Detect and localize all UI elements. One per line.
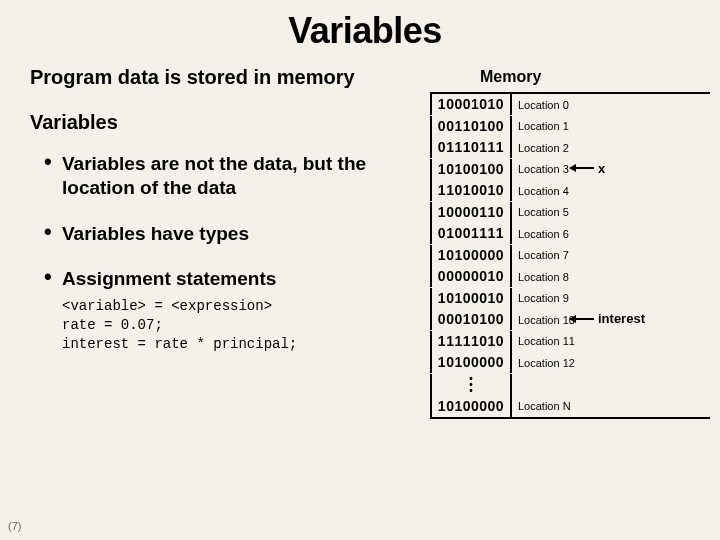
memory-header: Memory [430, 68, 710, 86]
memory-row: 00010100Location 10interest [430, 309, 710, 331]
bullet-1: Variables are not the data, but the loca… [44, 152, 404, 200]
memory-cell: 10100100 [430, 159, 512, 180]
memory-row: 10100100Location 3x [430, 159, 710, 181]
memory-label: Location 5 [512, 206, 569, 218]
memory-row: 00000010Location 8 [430, 266, 710, 288]
memory-label: Location 12 [512, 357, 575, 369]
code-block: <variable> = <expression> rate = 0.07; i… [62, 297, 404, 354]
memory-row-last: 10100000Location N [430, 396, 710, 418]
memory-ellipsis: ••• [430, 374, 710, 396]
memory-row: 11010010Location 4 [430, 180, 710, 202]
memory-row: 10001010Location 0 [430, 94, 710, 116]
memory-label: Location 1 [512, 120, 569, 132]
memory-label: Location 8 [512, 271, 569, 283]
memory-row: 10000110Location 5 [430, 202, 710, 224]
pointer-x: x [570, 161, 605, 176]
memory-label: Location 0 [512, 99, 569, 111]
memory-cell: 10100000 [430, 396, 512, 417]
memory-row: 01110111Location 2 [430, 137, 710, 159]
memory-label: Location 4 [512, 185, 569, 197]
memory-cell: 10000110 [430, 202, 512, 223]
memory-row: 10100000Location 7 [430, 245, 710, 267]
memory-row: 10100000Location 12 [430, 352, 710, 374]
memory-cell: 01110111 [430, 137, 512, 158]
memory-label: Location N [512, 400, 571, 412]
memory-cell: 01001111 [430, 223, 512, 244]
bullet-2: Variables have types [44, 222, 404, 246]
memory-label: Location 10 [512, 314, 575, 326]
memory-table: 10001010Location 000110100Location 10111… [430, 92, 710, 419]
memory-cell: 11010010 [430, 180, 512, 201]
memory-cell: 10001010 [430, 94, 512, 115]
memory-label: Location 3 [512, 163, 569, 175]
bullet-3: Assignment statements <variable> = <expr… [44, 267, 404, 353]
slide: Variables Program data is stored in memo… [0, 0, 720, 540]
memory-row: 00110100Location 1 [430, 116, 710, 138]
memory-row: 10100010Location 9 [430, 288, 710, 310]
pointer-interest: interest [570, 311, 645, 326]
memory-label: Location 6 [512, 228, 569, 240]
memory-cell: 10100000 [430, 245, 512, 266]
memory-label: Location 9 [512, 292, 569, 304]
memory-row: 01001111Location 6 [430, 223, 710, 245]
memory-cell: 10100010 [430, 288, 512, 309]
bullet-3-text: Assignment statements [62, 268, 276, 289]
memory-label: Location 2 [512, 142, 569, 154]
memory-cell: 10100000 [430, 352, 512, 373]
memory-cell: 00000010 [430, 266, 512, 287]
memory-cell: 00010100 [430, 309, 512, 330]
memory-row: 11111010Location 11 [430, 331, 710, 353]
memory-cell: 00110100 [430, 116, 512, 137]
slide-title: Variables [30, 10, 700, 52]
memory-diagram: Memory 10001010Location 000110100Locatio… [430, 68, 710, 419]
memory-label: Location 7 [512, 249, 569, 261]
page-number: (7) [8, 520, 21, 532]
memory-label: Location 11 [512, 335, 575, 347]
memory-cell: 11111010 [430, 331, 512, 352]
